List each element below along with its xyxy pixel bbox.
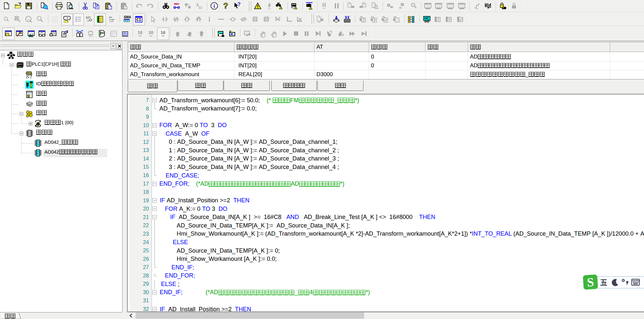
svg-text:ror: ror xyxy=(323,7,326,9)
svg-text:ror: ror xyxy=(268,8,271,10)
svg-text:?: ? xyxy=(237,2,241,7)
svg-text:10: 10 xyxy=(149,30,153,35)
svg-text:Z: Z xyxy=(362,18,364,22)
svg-text:HC: HC xyxy=(425,17,429,20)
svg-text:HC: HC xyxy=(101,31,105,35)
svg-text:X: X xyxy=(448,18,451,21)
svg-text:16: 16 xyxy=(161,30,165,35)
svg-text:-: - xyxy=(396,18,397,22)
svg-text:S: S xyxy=(37,151,39,154)
svg-text:ror: ror xyxy=(139,35,142,37)
svg-text:ror: ror xyxy=(150,35,153,37)
svg-text:ror: ror xyxy=(200,35,203,37)
svg-text:10: 10 xyxy=(138,30,142,35)
svg-text:?: ? xyxy=(223,2,228,10)
svg-text:ror: ror xyxy=(162,35,165,37)
svg-text:SMA: SMA xyxy=(124,15,131,19)
svg-text:Z: Z xyxy=(437,18,439,21)
svg-text:X: X xyxy=(374,18,376,22)
svg-text:CI: CI xyxy=(137,18,141,23)
svg-text:ror: ror xyxy=(318,21,321,23)
svg-text:ror: ror xyxy=(476,8,479,10)
svg-text:w: w xyxy=(66,17,68,19)
svg-text:002: 002 xyxy=(123,34,127,37)
svg-text:S: S xyxy=(37,142,39,144)
